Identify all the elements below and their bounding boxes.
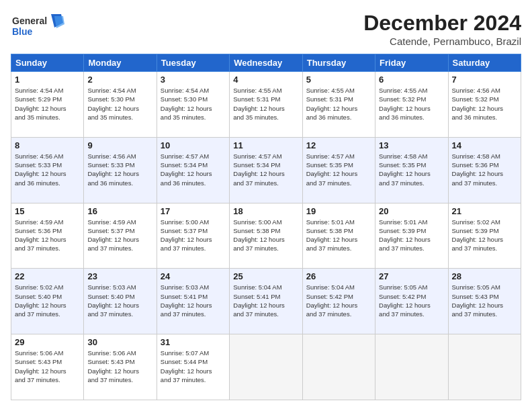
day-info: Sunrise: 5:06 AM Sunset: 5:43 PM Dayligh… [15, 349, 80, 384]
day-number: 24 [161, 271, 226, 281]
main-title: December 2024 [363, 11, 521, 36]
day-number: 30 [87, 337, 152, 347]
day-number: 12 [306, 140, 371, 150]
calendar-cell [375, 334, 448, 400]
day-info: Sunrise: 5:00 AM Sunset: 5:37 PM Dayligh… [161, 218, 226, 253]
day-info: Sunrise: 5:01 AM Sunset: 5:39 PM Dayligh… [379, 218, 444, 253]
day-number: 4 [233, 75, 298, 85]
calendar-cell: 22Sunrise: 5:02 AM Sunset: 5:40 PM Dayli… [11, 269, 84, 334]
calendar-cell: 29Sunrise: 5:06 AM Sunset: 5:43 PM Dayli… [11, 334, 84, 400]
calendar-cell: 31Sunrise: 5:07 AM Sunset: 5:44 PM Dayli… [157, 334, 229, 400]
day-number: 26 [306, 271, 371, 281]
day-number: 11 [233, 140, 298, 150]
day-number: 16 [87, 206, 152, 216]
day-info: Sunrise: 5:05 AM Sunset: 5:43 PM Dayligh… [452, 283, 517, 318]
day-info: Sunrise: 4:54 AM Sunset: 5:30 PM Dayligh… [87, 86, 152, 122]
title-area: December 2024 Catende, Pernambuco, Brazi… [363, 11, 521, 47]
day-info: Sunrise: 4:56 AM Sunset: 5:32 PM Dayligh… [452, 86, 517, 122]
day-info: Sunrise: 4:57 AM Sunset: 5:34 PM Dayligh… [161, 152, 226, 187]
calendar-cell: 13Sunrise: 4:58 AM Sunset: 5:35 PM Dayli… [375, 137, 448, 203]
day-number: 6 [379, 75, 444, 85]
calendar-cell: 5Sunrise: 4:55 AM Sunset: 5:31 PM Daylig… [302, 72, 375, 138]
calendar-cell: 4Sunrise: 4:55 AM Sunset: 5:31 PM Daylig… [230, 72, 302, 138]
svg-text:General: General [12, 15, 47, 26]
calendar-cell: 28Sunrise: 5:05 AM Sunset: 5:43 PM Dayli… [448, 269, 521, 334]
logo-area: General Blue [11, 11, 64, 44]
day-info: Sunrise: 4:55 AM Sunset: 5:31 PM Dayligh… [233, 86, 298, 122]
day-number: 23 [87, 271, 152, 281]
svg-text:Blue: Blue [12, 26, 33, 37]
calendar-cell: 19Sunrise: 5:01 AM Sunset: 5:38 PM Dayli… [302, 203, 375, 269]
day-number: 9 [87, 140, 152, 150]
day-info: Sunrise: 4:56 AM Sunset: 5:33 PM Dayligh… [15, 152, 80, 187]
day-info: Sunrise: 4:55 AM Sunset: 5:32 PM Dayligh… [379, 86, 444, 122]
day-info: Sunrise: 5:01 AM Sunset: 5:38 PM Dayligh… [306, 218, 371, 253]
calendar-header-row: Sunday Monday Tuesday Wednesday Thursday… [11, 54, 521, 72]
day-number: 3 [161, 75, 226, 85]
calendar-cell: 21Sunrise: 5:02 AM Sunset: 5:39 PM Dayli… [448, 203, 521, 269]
day-number: 18 [233, 206, 298, 216]
col-wednesday: Wednesday [230, 54, 302, 72]
calendar-cell: 10Sunrise: 4:57 AM Sunset: 5:34 PM Dayli… [157, 137, 229, 203]
day-number: 31 [161, 337, 226, 347]
day-info: Sunrise: 4:58 AM Sunset: 5:36 PM Dayligh… [452, 152, 517, 187]
day-info: Sunrise: 5:04 AM Sunset: 5:42 PM Dayligh… [306, 283, 371, 318]
calendar-cell: 27Sunrise: 5:05 AM Sunset: 5:42 PM Dayli… [375, 269, 448, 334]
col-saturday: Saturday [448, 54, 521, 72]
day-info: Sunrise: 4:59 AM Sunset: 5:37 PM Dayligh… [87, 218, 152, 253]
day-info: Sunrise: 4:59 AM Sunset: 5:36 PM Dayligh… [15, 218, 80, 253]
calendar-cell: 23Sunrise: 5:03 AM Sunset: 5:40 PM Dayli… [84, 269, 157, 334]
day-number: 14 [452, 140, 517, 150]
calendar-cell: 7Sunrise: 4:56 AM Sunset: 5:32 PM Daylig… [448, 72, 521, 138]
day-info: Sunrise: 4:57 AM Sunset: 5:34 PM Dayligh… [233, 152, 298, 187]
day-number: 1 [15, 75, 80, 85]
col-tuesday: Tuesday [157, 54, 229, 72]
day-info: Sunrise: 4:57 AM Sunset: 5:35 PM Dayligh… [306, 152, 371, 187]
calendar-cell: 2Sunrise: 4:54 AM Sunset: 5:30 PM Daylig… [84, 72, 157, 138]
day-number: 28 [452, 271, 517, 281]
calendar-cell [230, 334, 302, 400]
day-number: 8 [15, 140, 80, 150]
page: General Blue December 2024 Catende, Pern… [0, 0, 532, 411]
day-info: Sunrise: 5:02 AM Sunset: 5:40 PM Dayligh… [15, 283, 80, 318]
calendar-cell: 14Sunrise: 4:58 AM Sunset: 5:36 PM Dayli… [448, 137, 521, 203]
calendar-cell: 8Sunrise: 4:56 AM Sunset: 5:33 PM Daylig… [11, 137, 84, 203]
week-row-3: 15Sunrise: 4:59 AM Sunset: 5:36 PM Dayli… [11, 203, 521, 269]
day-info: Sunrise: 4:54 AM Sunset: 5:30 PM Dayligh… [161, 86, 226, 122]
week-row-5: 29Sunrise: 5:06 AM Sunset: 5:43 PM Dayli… [11, 334, 521, 400]
calendar-cell: 17Sunrise: 5:00 AM Sunset: 5:37 PM Dayli… [157, 203, 229, 269]
day-number: 13 [379, 140, 444, 150]
calendar-cell: 25Sunrise: 5:04 AM Sunset: 5:41 PM Dayli… [230, 269, 302, 334]
calendar-cell: 9Sunrise: 4:56 AM Sunset: 5:33 PM Daylig… [84, 137, 157, 203]
day-info: Sunrise: 4:58 AM Sunset: 5:35 PM Dayligh… [379, 152, 444, 187]
calendar-cell: 11Sunrise: 4:57 AM Sunset: 5:34 PM Dayli… [230, 137, 302, 203]
day-number: 27 [379, 271, 444, 281]
calendar-cell: 20Sunrise: 5:01 AM Sunset: 5:39 PM Dayli… [375, 203, 448, 269]
day-number: 2 [87, 75, 152, 85]
day-number: 19 [306, 206, 371, 216]
week-row-2: 8Sunrise: 4:56 AM Sunset: 5:33 PM Daylig… [11, 137, 521, 203]
calendar-cell: 12Sunrise: 4:57 AM Sunset: 5:35 PM Dayli… [302, 137, 375, 203]
day-number: 10 [161, 140, 226, 150]
week-row-4: 22Sunrise: 5:02 AM Sunset: 5:40 PM Dayli… [11, 269, 521, 334]
col-thursday: Thursday [302, 54, 375, 72]
day-number: 22 [15, 271, 80, 281]
calendar-cell: 3Sunrise: 4:54 AM Sunset: 5:30 PM Daylig… [157, 72, 229, 138]
day-info: Sunrise: 5:07 AM Sunset: 5:44 PM Dayligh… [161, 349, 226, 384]
day-info: Sunrise: 5:03 AM Sunset: 5:41 PM Dayligh… [161, 283, 226, 318]
day-info: Sunrise: 5:03 AM Sunset: 5:40 PM Dayligh… [87, 283, 152, 318]
col-friday: Friday [375, 54, 448, 72]
col-sunday: Sunday [11, 54, 84, 72]
col-monday: Monday [84, 54, 157, 72]
day-number: 15 [15, 206, 80, 216]
day-number: 5 [306, 75, 371, 85]
calendar-cell: 18Sunrise: 5:00 AM Sunset: 5:38 PM Dayli… [230, 203, 302, 269]
sub-title: Catende, Pernambuco, Brazil [363, 36, 521, 47]
calendar-cell: 26Sunrise: 5:04 AM Sunset: 5:42 PM Dayli… [302, 269, 375, 334]
day-number: 17 [161, 206, 226, 216]
day-number: 25 [233, 271, 298, 281]
header: General Blue December 2024 Catende, Pern… [11, 11, 521, 47]
calendar-cell: 6Sunrise: 4:55 AM Sunset: 5:32 PM Daylig… [375, 72, 448, 138]
day-info: Sunrise: 4:56 AM Sunset: 5:33 PM Dayligh… [87, 152, 152, 187]
calendar-cell: 24Sunrise: 5:03 AM Sunset: 5:41 PM Dayli… [157, 269, 229, 334]
